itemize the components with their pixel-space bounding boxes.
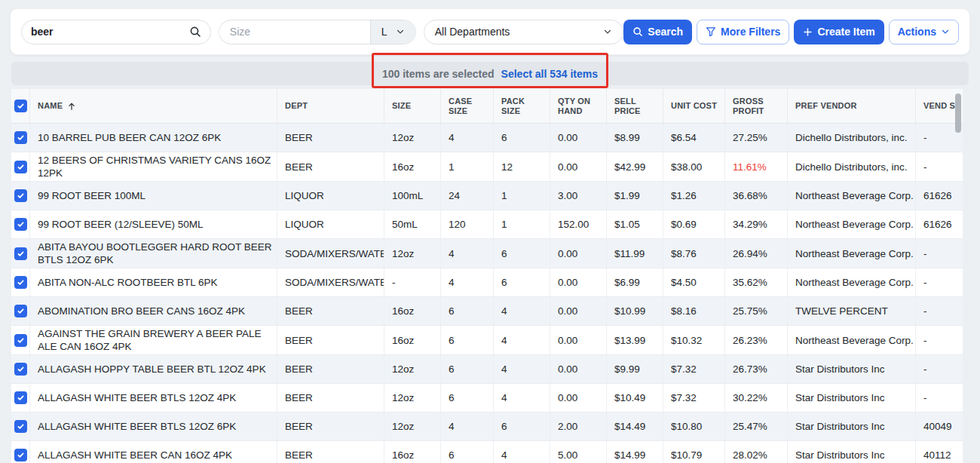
column-header-dept[interactable]: DEPT xyxy=(277,89,384,123)
column-header-sell-price[interactable]: SELL PRICE xyxy=(607,89,663,123)
row-checkbox[interactable] xyxy=(14,334,27,347)
table-row[interactable]: ALLAGASH HOPPY TABLE BEER BTL 12OZ 4PK B… xyxy=(11,355,963,384)
cell-qty-on-hand: 0.00 xyxy=(550,355,607,383)
row-checkbox-cell xyxy=(11,384,30,412)
cell-dept: SODA/MIXERS/WATER xyxy=(277,268,384,296)
table-row[interactable]: ALLAGASH WHITE BEER CAN 16OZ 4PK BEER 16… xyxy=(11,441,963,463)
row-checkbox[interactable] xyxy=(14,305,27,317)
row-checkbox[interactable] xyxy=(14,247,27,260)
cell-gross-profit: 30.22% xyxy=(725,384,788,412)
cell-gross-profit: 36.68% xyxy=(725,182,788,210)
row-checkbox[interactable] xyxy=(14,363,27,376)
row-checkbox[interactable] xyxy=(14,218,27,231)
cell-dept: BEER xyxy=(277,124,384,152)
cell-size: 16oz xyxy=(384,441,441,463)
cell-size: 50mL xyxy=(384,210,441,238)
cell-sell-price: $13.99 xyxy=(607,326,663,354)
cell-name: AGAINST THE GRAIN BREWERY A BEER PALE AL… xyxy=(30,326,277,354)
row-checkbox[interactable] xyxy=(14,420,27,433)
table-row[interactable]: 12 BEERS OF CHRISTMAS VARIETY CANS 16OZ … xyxy=(11,152,963,182)
size-input[interactable] xyxy=(219,26,370,38)
select-all-link[interactable]: Select all 534 items xyxy=(501,68,598,80)
sort-ascending-icon xyxy=(67,102,76,111)
cell-size: 16oz xyxy=(384,326,441,354)
cell-gross-profit: 34.29% xyxy=(725,210,788,238)
actions-button[interactable]: Actions xyxy=(889,20,959,44)
cell-pref-vendor: Northeast Beverage Corp. xyxy=(788,210,916,238)
column-header-qty-on-hand[interactable]: QTY ON HAND xyxy=(550,89,607,123)
table-row[interactable]: ABITA NON-ALC ROOTBEER BTL 6PK SODA/MIXE… xyxy=(11,268,963,297)
table-row[interactable]: ABITA BAYOU BOOTLEGGER HARD ROOT BEER BT… xyxy=(11,239,963,268)
table-row[interactable]: 99 ROOT BEER 100ML LIQUOR 100mL 24 1 3.0… xyxy=(11,182,963,210)
cell-dept: BEER xyxy=(277,441,384,463)
department-select[interactable]: All Departments xyxy=(424,20,624,44)
table-row[interactable]: ABOMINATION BRO BEER CANS 16OZ 4PK BEER … xyxy=(11,297,963,326)
cell-size: 12oz xyxy=(384,412,441,440)
cell-sell-price: $9.99 xyxy=(607,355,663,383)
table-row[interactable]: 10 BARREL PUB BEER CAN 12OZ 6PK BEER 12o… xyxy=(11,124,963,152)
search-input[interactable] xyxy=(31,26,189,38)
cell-pref-vendor: Dichello Distributors, inc. xyxy=(788,152,916,181)
row-checkbox-cell xyxy=(11,182,30,210)
cell-case-size: 6 xyxy=(441,297,494,325)
table-row[interactable]: AGAINST THE GRAIN BREWERY A BEER PALE AL… xyxy=(11,326,963,355)
cell-name: ABOMINATION BRO BEER CANS 16OZ 4PK xyxy=(30,297,277,325)
row-checkbox[interactable] xyxy=(14,161,27,173)
cell-dept: LIQUOR xyxy=(277,182,384,210)
column-header-pack-size[interactable]: PACK SIZE xyxy=(494,89,550,123)
cell-qty-on-hand: 2.00 xyxy=(550,412,607,440)
cell-qty-on-hand: 3.00 xyxy=(550,182,607,210)
cell-size: 12oz xyxy=(384,239,441,268)
column-header-unit-cost[interactable]: UNIT COST xyxy=(663,89,725,123)
cell-case-size: 6 xyxy=(441,384,494,412)
row-checkbox[interactable] xyxy=(14,189,27,202)
row-checkbox[interactable] xyxy=(14,449,27,461)
cell-case-size: 1 xyxy=(441,152,494,181)
cell-pack-size: 4 xyxy=(494,355,550,383)
row-checkbox-cell xyxy=(11,326,30,354)
column-header-gross-profit[interactable]: GROSS PROFIT xyxy=(725,89,788,123)
cell-qty-on-hand: 0.00 xyxy=(550,268,607,296)
more-filters-button[interactable]: More Filters xyxy=(697,20,789,44)
row-checkbox[interactable] xyxy=(14,391,27,404)
table-row[interactable]: 99 ROOT BEER (12/SLEEVE) 50ML LIQUOR 50m… xyxy=(11,210,963,239)
cell-pref-vendor: Dichello Distributors, inc. xyxy=(788,124,916,152)
cell-pack-size: 4 xyxy=(494,297,550,325)
search-icon[interactable] xyxy=(189,26,201,38)
cell-case-size: 4 xyxy=(441,124,494,152)
column-header-case-size[interactable]: CASE SIZE xyxy=(441,89,494,123)
column-header-pref-vendor[interactable]: PREF VENDOR xyxy=(788,89,916,123)
cell-sell-price: $6.99 xyxy=(607,268,663,296)
row-checkbox[interactable] xyxy=(14,276,27,289)
cell-sell-price: $11.99 xyxy=(607,239,663,268)
cell-unit-cost: $4.50 xyxy=(663,268,725,296)
cell-qty-on-hand: 0.00 xyxy=(550,152,607,181)
size-filter[interactable]: L xyxy=(219,20,416,44)
search-field[interactable] xyxy=(21,20,211,44)
table-row[interactable]: ALLAGASH WHITE BEER BTLS 12OZ 4PK BEER 1… xyxy=(11,384,963,412)
items-table: NAME DEPT SIZE CASE SIZE PACK SIZE QTY O… xyxy=(11,89,963,463)
row-checkbox-cell xyxy=(11,355,30,383)
cell-gross-profit: 26.94% xyxy=(725,239,788,268)
select-all-checkbox[interactable] xyxy=(14,100,27,112)
cell-dept: BEER xyxy=(277,412,384,440)
select-all-checkbox-cell xyxy=(11,89,30,123)
cell-vend-sku: - xyxy=(916,297,963,325)
cell-gross-profit: 26.73% xyxy=(725,355,788,383)
search-button[interactable]: Search xyxy=(623,20,692,44)
row-checkbox-cell xyxy=(11,441,30,463)
cell-pref-vendor: Northeast Beverage Corp. xyxy=(788,268,916,296)
cell-sell-price: $1.99 xyxy=(607,182,663,210)
column-header-name[interactable]: NAME xyxy=(30,89,277,123)
table-row[interactable]: ALLAGASH WHITE BEER BTLS 12OZ 6PK BEER 1… xyxy=(11,412,963,441)
column-header-size[interactable]: SIZE xyxy=(384,89,441,123)
cell-dept: BEER xyxy=(277,384,384,412)
vertical-scrollbar-thumb[interactable] xyxy=(955,94,961,133)
cell-unit-cost: $6.54 xyxy=(663,124,725,152)
cell-name: 10 BARREL PUB BEER CAN 12OZ 6PK xyxy=(30,124,277,152)
create-item-button[interactable]: Create Item xyxy=(794,20,884,44)
row-checkbox[interactable] xyxy=(14,131,27,144)
cell-unit-cost: $1.26 xyxy=(663,182,725,210)
size-unit-select[interactable]: L xyxy=(370,20,415,44)
cell-qty-on-hand: 0.00 xyxy=(550,326,607,354)
